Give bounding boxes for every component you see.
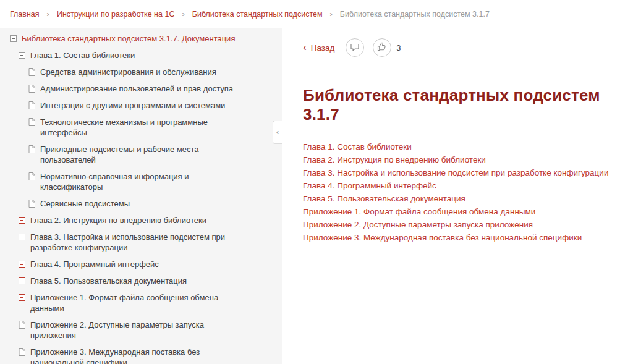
document-icon (28, 145, 35, 153)
tree-item-appendix1[interactable]: Приложение 1. Формат файла сообщения обм… (19, 289, 242, 316)
breadcrumb-link-library[interactable]: Библиотека стандартных подсистем (192, 10, 323, 19)
chapter-link-list: Глава 1. Состав библиотеки Глава 2. Инст… (303, 140, 621, 244)
sidebar-collapse-handle[interactable]: ‹ (273, 121, 282, 144)
tree-item-label: Прикладные подсистемы и рабочие места по… (40, 144, 242, 165)
breadcrumb: Главная › Инструкции по разработке на 1С… (0, 0, 633, 28)
tree-item-chapter4[interactable]: Глава 4. Программный интерфейс (19, 256, 242, 273)
tree-item-appendix3[interactable]: Приложение 3. Международная поставка без… (19, 344, 242, 364)
doc-link-appendix1[interactable]: Приложение 1. Формат файла сообщения обм… (303, 205, 621, 218)
tree-item-label: Сервисные подсистемы (40, 198, 242, 209)
main-content: ‹ Назад 3 Библиотека стандартных подсист… (282, 28, 633, 364)
tree-item-label: Приложение 3. Международная поставка без… (30, 347, 242, 364)
like-count: 3 (396, 43, 401, 53)
collapse-toggle-icon[interactable] (10, 35, 17, 42)
tree-item-label: Технологические механизмы и программные … (40, 117, 242, 138)
tree-item-label: Нормативно-справочная информация и класс… (40, 171, 242, 192)
tree-item-label: Средства администрирования и обслуживани… (40, 67, 242, 77)
like-button[interactable] (373, 38, 391, 57)
comment-button[interactable] (346, 38, 364, 57)
expand-toggle-icon[interactable] (19, 234, 25, 240)
doc-link-chapter4[interactable]: Глава 4. Программный интерфейс (303, 179, 621, 192)
tree-item-label: Глава 2. Инструкция по внедрению библиот… (30, 215, 242, 226)
document-icon (19, 321, 25, 329)
document-icon (28, 118, 35, 126)
tree-item[interactable]: Сервисные подсистемы (28, 195, 242, 212)
collapse-toggle-icon[interactable] (19, 52, 25, 59)
expand-toggle-icon[interactable] (19, 261, 25, 268)
back-button[interactable]: ‹ Назад (303, 43, 334, 53)
tree-item-label: Глава 4. Программный интерфейс (30, 259, 242, 269)
tree-item-label: Глава 1. Состав библиотеки (30, 50, 242, 61)
tree-item-chapter1[interactable]: Глава 1. Состав библиотеки (19, 47, 242, 64)
tree-item[interactable]: Нормативно-справочная информация и класс… (28, 168, 242, 195)
tree-item-chapter3[interactable]: Глава 3. Настройка и использование подси… (19, 229, 242, 256)
doc-link-chapter3[interactable]: Глава 3. Настройка и использование подси… (303, 166, 621, 179)
expand-toggle-icon[interactable] (19, 217, 25, 224)
tree-item-appendix2[interactable]: Приложение 2. Доступные параметры запуск… (19, 316, 242, 344)
tree-item-label: Глава 3. Настройка и использование подси… (30, 232, 242, 253)
back-button-label: Назад (311, 43, 335, 53)
tree-item[interactable]: Технологические механизмы и программные … (28, 114, 242, 141)
tree-item-label: Администрирование пользователей и прав д… (40, 83, 242, 94)
page-title: Библиотека стандартных подсистем 3.1.7 (303, 86, 621, 124)
content-toolbar: ‹ Назад 3 (303, 35, 621, 60)
sidebar-tree: Библиотека стандартных подсистем 3.1.7. … (0, 28, 282, 364)
tree-item-root[interactable]: Библиотека стандартных подсистем 3.1.7. … (10, 30, 242, 47)
tree-item-label: Приложение 2. Доступные параметры запуск… (30, 320, 242, 341)
documentation-page: Главная › Инструкции по разработке на 1С… (0, 0, 633, 364)
tree-item[interactable]: Прикладные подсистемы и рабочие места по… (28, 141, 242, 168)
breadcrumb-link-home[interactable]: Главная (10, 10, 40, 19)
thumbs-up-icon (377, 42, 387, 54)
breadcrumb-current: Библиотека стандартных подсистем 3.1.7 (340, 10, 490, 19)
doc-link-chapter5[interactable]: Глава 5. Пользовательская документация (303, 192, 621, 205)
doc-link-appendix2[interactable]: Приложение 2. Доступные параметры запуск… (303, 218, 621, 231)
expand-toggle-icon[interactable] (19, 277, 25, 284)
document-icon (19, 348, 25, 356)
tree-item-label: Глава 5. Пользовательская документация (30, 276, 242, 286)
doc-link-appendix3[interactable]: Приложение 3. Международная поставка без… (303, 231, 621, 244)
breadcrumb-separator-icon: › (182, 9, 184, 19)
document-icon (28, 200, 35, 208)
document-icon (28, 172, 35, 180)
tree-item[interactable]: Администрирование пользователей и прав д… (28, 80, 242, 97)
chevron-left-icon: ‹ (303, 42, 307, 53)
breadcrumb-separator-icon: › (330, 9, 333, 19)
comment-icon (350, 42, 360, 54)
document-icon (28, 68, 35, 76)
tree-item-chapter5[interactable]: Глава 5. Пользовательская документация (19, 273, 242, 289)
document-icon (28, 101, 35, 109)
tree-item-label: Библиотека стандартных подсистем 3.1.7. … (22, 33, 242, 44)
chevron-left-icon: ‹ (276, 128, 279, 137)
doc-link-chapter2[interactable]: Глава 2. Инструкция по внедрению библиот… (303, 153, 621, 166)
breadcrumb-link-instructions[interactable]: Инструкции по разработке на 1С (57, 10, 175, 19)
document-icon (28, 85, 35, 93)
doc-link-chapter1[interactable]: Глава 1. Состав библиотеки (303, 140, 621, 153)
tree-item[interactable]: Средства администрирования и обслуживани… (28, 64, 242, 80)
tree-item-chapter2[interactable]: Глава 2. Инструкция по внедрению библиот… (19, 212, 242, 229)
expand-toggle-icon[interactable] (19, 294, 25, 301)
tree-item-label: Приложение 1. Формат файла сообщения обм… (30, 292, 242, 313)
breadcrumb-separator-icon: › (47, 9, 49, 19)
tree-item[interactable]: Интеграция с другими программами и систе… (28, 97, 242, 114)
tree-item-label: Интеграция с другими программами и систе… (40, 100, 242, 111)
